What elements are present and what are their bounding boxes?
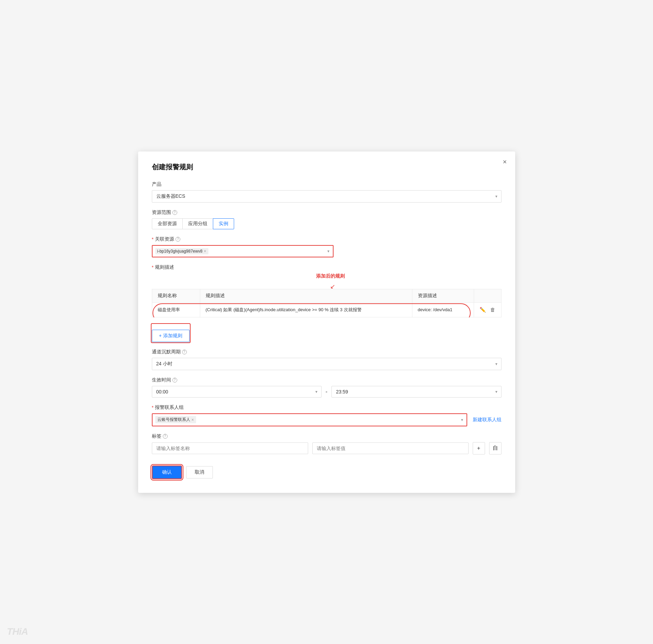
- tag-input-row: + 自: [152, 442, 501, 454]
- product-value: 云服务器ECS: [156, 193, 185, 199]
- rule-name-cell: 磁盘使用率: [152, 302, 200, 317]
- product-select[interactable]: 云服务器ECS: [152, 190, 501, 203]
- rules-col-resource: 资源描述: [412, 289, 474, 302]
- modal-title: 创建报警规则: [152, 162, 501, 172]
- resource-scope-section: 资源范围 ? 全部资源 应用分组 实例: [152, 209, 501, 229]
- tag-help-icon[interactable]: ?: [163, 434, 168, 439]
- annotation-container: 添加后的规则: [152, 273, 501, 281]
- rules-section: 规则描述 添加后的规则 ↙ 规则名称 规则描述 资源描述: [152, 264, 501, 317]
- confirm-button[interactable]: 确认: [152, 465, 182, 479]
- new-contact-link[interactable]: 新建联系人组: [473, 417, 501, 423]
- resource-chip-close[interactable]: ×: [204, 249, 206, 254]
- annotation-arrow-container: ↙: [152, 283, 501, 288]
- related-resource-section: 关联资源 ? i-bp16y3glvjuag987ewv8 × ▾: [152, 236, 501, 257]
- time-range-row: 00:00 ▾ - 23:59 ▾: [152, 386, 501, 398]
- tag-value-input[interactable]: [312, 442, 469, 454]
- table-row: 磁盘使用率 (Critical) 如果 (磁盘)(Agent)fs.inode.…: [152, 302, 501, 317]
- start-time-wrapper: 00:00 ▾: [152, 386, 322, 398]
- tag-delete-button[interactable]: 自: [489, 442, 501, 454]
- modal-container: 创建报警规则 × 产品 云服务器ECS ▾ 资源范围 ? 全部资源 应用分组 实…: [138, 151, 515, 493]
- effective-time-label: 生效时间 ?: [152, 377, 501, 383]
- contact-group-input[interactable]: 云账号报警联系人 × ▾: [152, 413, 467, 426]
- resource-chip: i-bp16y3glvjuag987ewv8 ×: [155, 248, 208, 254]
- contact-group-chevron-icon: ▾: [461, 417, 463, 422]
- product-label: 产品: [152, 181, 501, 187]
- add-rule-container: + 添加规则: [152, 324, 190, 342]
- end-time-wrapper: 23:59 ▾: [331, 386, 501, 398]
- edit-rule-button[interactable]: ✏️: [480, 307, 486, 313]
- add-rule-button[interactable]: + 添加规则: [152, 330, 190, 342]
- silence-period-value: 24 小时: [156, 361, 172, 367]
- contact-group-section: 报警联系人组 云账号报警联系人 × ▾ 新建联系人组: [152, 404, 501, 426]
- silence-period-help-icon[interactable]: ?: [182, 350, 187, 354]
- rule-resource-cell: device: /dev/vda1: [412, 302, 474, 317]
- start-time-value: 00:00: [156, 389, 168, 394]
- start-time-select[interactable]: 00:00: [152, 386, 322, 398]
- related-resource-label: 关联资源 ?: [152, 236, 501, 242]
- contact-chip: 云账号报警联系人 ×: [155, 416, 196, 423]
- product-section: 产品 云服务器ECS ▾: [152, 181, 501, 203]
- time-separator: -: [326, 389, 327, 395]
- resource-input-chevron-icon: ▾: [327, 249, 329, 254]
- tab-instance[interactable]: 实例: [213, 218, 234, 229]
- tag-name-input[interactable]: [152, 442, 308, 454]
- related-resource-help-icon[interactable]: ?: [176, 237, 180, 242]
- delete-rule-button[interactable]: 🗑: [490, 307, 495, 313]
- resource-chip-value: i-bp16y3glvjuag987ewv8: [157, 249, 203, 254]
- tab-app-group[interactable]: 应用分组: [182, 218, 213, 229]
- annotation-label: 添加后的规则: [316, 273, 345, 279]
- rules-table-wrapper: 规则名称 规则描述 资源描述 磁盘使用率 (Critical) 如果 (磁盘)(…: [152, 289, 501, 317]
- contact-group-label: 报警联系人组: [152, 404, 501, 411]
- tag-label: 标签 ?: [152, 433, 501, 439]
- resource-scope-tabs: 全部资源 应用分组 实例: [152, 218, 501, 229]
- resource-scope-label: 资源范围 ?: [152, 209, 501, 216]
- resource-scope-help-icon[interactable]: ?: [172, 210, 177, 215]
- rule-description-cell: (Critical) 如果 (磁盘)(Agent)fs.inode.utiliz…: [200, 302, 412, 317]
- end-time-select[interactable]: 23:59: [331, 386, 501, 398]
- product-select-wrapper: 云服务器ECS ▾: [152, 190, 501, 203]
- silence-period-select-wrapper: 24 小时 ▾: [152, 358, 501, 370]
- close-button[interactable]: ×: [503, 158, 507, 165]
- silence-period-label: 通道沉默周期 ?: [152, 349, 501, 355]
- tag-section: 标签 ? + 自: [152, 433, 501, 454]
- silence-period-select[interactable]: 24 小时: [152, 358, 501, 370]
- contact-chip-value: 云账号报警联系人: [157, 417, 190, 423]
- rules-col-actions: [474, 289, 501, 302]
- cancel-button[interactable]: 取消: [186, 466, 213, 478]
- tag-add-button[interactable]: +: [473, 442, 485, 454]
- action-icons-group: ✏️ 🗑: [480, 307, 496, 313]
- rules-col-name: 规则名称: [152, 289, 200, 302]
- effective-time-help-icon[interactable]: ?: [172, 378, 177, 382]
- rule-actions-cell: ✏️ 🗑: [474, 302, 501, 317]
- rules-label: 规则描述: [152, 264, 501, 270]
- related-resource-input[interactable]: i-bp16y3glvjuag987ewv8 × ▾: [152, 245, 334, 257]
- effective-time-section: 生效时间 ? 00:00 ▾ - 23:59 ▾: [152, 377, 501, 398]
- tab-all-resources[interactable]: 全部资源: [152, 218, 183, 229]
- contact-group-row: 云账号报警联系人 × ▾ 新建联系人组: [152, 413, 501, 426]
- rules-table: 规则名称 规则描述 资源描述 磁盘使用率 (Critical) 如果 (磁盘)(…: [152, 289, 501, 317]
- bottom-buttons: 确认 取消: [152, 465, 501, 479]
- end-time-value: 23:59: [336, 389, 348, 394]
- watermark: THiA: [7, 626, 28, 637]
- silence-period-section: 通道沉默周期 ? 24 小时 ▾: [152, 349, 501, 370]
- rules-col-description: 规则描述: [200, 289, 412, 302]
- contact-chip-close[interactable]: ×: [192, 417, 194, 422]
